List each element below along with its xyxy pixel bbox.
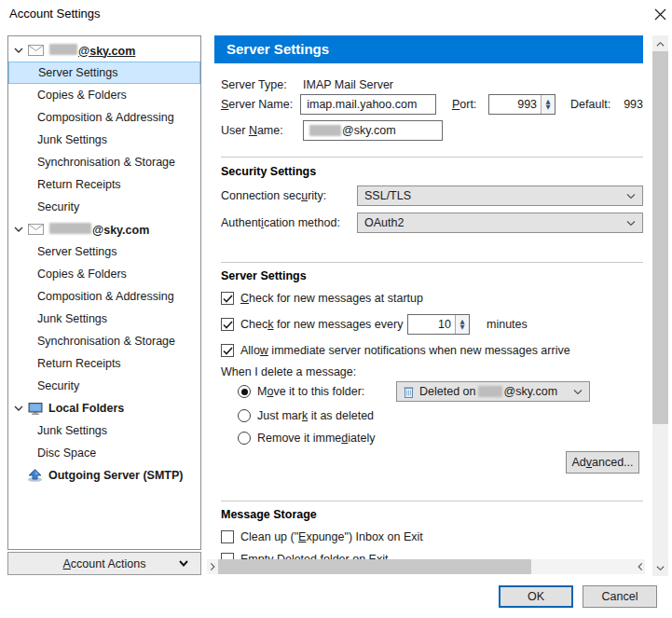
- sidebar-item-disc-space[interactable]: Disc Space: [8, 442, 200, 464]
- trash-icon: [404, 386, 414, 398]
- chevron-down-icon[interactable]: [14, 48, 23, 53]
- radio-mark-row: Just mark it as deleted: [238, 406, 374, 425]
- server-settings-heading: Server Settings: [221, 269, 307, 282]
- check-expunge-checkbox[interactable]: [221, 530, 234, 543]
- default-value: 993: [624, 98, 643, 111]
- sidebar-item-junk-settings-1[interactable]: Junk Settings: [8, 129, 200, 151]
- radio-remove-immediately[interactable]: [238, 432, 251, 445]
- redacted-username: [49, 44, 77, 55]
- sidebar-item-junk-settings-2[interactable]: Junk Settings: [8, 308, 200, 330]
- scroll-up-button[interactable]: [652, 35, 668, 51]
- redacted-username: [49, 223, 91, 234]
- section-separator: [221, 501, 643, 501]
- account-actions-button[interactable]: Account Actions: [7, 552, 201, 575]
- sidebar-item-composition-addressing-1[interactable]: Composition & Addressing: [8, 106, 200, 129]
- port-value[interactable]: 993: [489, 95, 541, 114]
- connection-security-select[interactable]: SSL/TLS: [357, 185, 643, 206]
- advanced-button[interactable]: Advanced...: [566, 451, 639, 474]
- account-label: @sky.com: [78, 45, 135, 58]
- sidebar-item-account-1[interactable]: @sky.com: [8, 39, 200, 62]
- connection-security-row: Connection security: SSL/TLS: [221, 185, 643, 206]
- panel-title: Server Settings: [214, 35, 643, 63]
- minutes-value[interactable]: 10: [408, 315, 455, 334]
- sidebar-item-security-2[interactable]: Security: [8, 375, 200, 397]
- sidebar-item-sync-storage-1[interactable]: Synchronisation & Storage: [8, 151, 200, 173]
- sidebar-item-composition-addressing-2[interactable]: Composition & Addressing: [8, 285, 200, 308]
- sidebar-item-label: Return Receipts: [37, 178, 121, 191]
- server-name-label: Server Name:: [221, 98, 300, 111]
- sidebar-item-junk-settings-local[interactable]: Junk Settings: [8, 419, 200, 442]
- radio-mark-deleted[interactable]: [238, 409, 251, 422]
- stepper-arrows-icon[interactable]: ▲▼: [541, 95, 555, 114]
- sidebar-item-security-1[interactable]: Security: [8, 196, 200, 218]
- sidebar-item-label: Copies & Folders: [37, 89, 127, 102]
- sidebar-item-server-settings-2[interactable]: Server Settings: [8, 240, 200, 263]
- scroll-down-button[interactable]: [652, 560, 668, 576]
- auth-method-row: Authentication method: OAuth2: [221, 213, 643, 233]
- chevron-down-icon: [626, 194, 636, 199]
- minutes-suffix: minutes: [487, 318, 528, 331]
- sidebar-item-return-receipts-1[interactable]: Return Receipts: [8, 173, 200, 196]
- auth-method-select[interactable]: OAuth2: [357, 213, 643, 233]
- server-settings-panel: Server Settings Server Type: IMAP Mail S…: [214, 35, 643, 559]
- vertical-scrollbar-thumb[interactable]: [652, 51, 668, 424]
- server-name-row: Server Name: imap.mail.yahoo.com Port: 9…: [221, 93, 643, 116]
- check-every-checkbox[interactable]: [221, 318, 234, 331]
- horizontal-scrollbar-thumb[interactable]: [218, 559, 531, 574]
- security-settings-heading: Security Settings: [221, 165, 316, 178]
- sidebar-item-copies-folders-2[interactable]: Copies & Folders: [8, 263, 200, 285]
- check-empty-deleted-checkbox[interactable]: [221, 553, 234, 559]
- radio-mark-label: Just mark it as deleted: [257, 409, 374, 422]
- check-expunge-label: Clean up ("Expunge") Inbox on Exit: [240, 530, 423, 543]
- sidebar-item-label: Disc Space: [37, 446, 96, 460]
- port-stepper[interactable]: 993 ▲▼: [488, 94, 555, 115]
- sidebar-item-return-receipts-2[interactable]: Return Receipts: [8, 352, 200, 375]
- horizontal-scrollbar[interactable]: [207, 559, 645, 574]
- radio-move-folder[interactable]: [238, 385, 251, 398]
- sidebar-item-copies-folders-1[interactable]: Copies & Folders: [8, 84, 200, 106]
- scroll-left-button[interactable]: [207, 559, 218, 574]
- radio-move-row: Move it to this folder: Deleted on@sky.c…: [238, 380, 637, 403]
- account-label: Outgoing Server (SMTP): [48, 469, 183, 482]
- ok-button[interactable]: OK: [499, 585, 573, 608]
- check-startup-checkbox[interactable]: [221, 292, 234, 305]
- scroll-right-button[interactable]: [634, 559, 645, 574]
- chevron-down-icon[interactable]: [14, 405, 23, 411]
- send-arrow-icon: [27, 469, 43, 482]
- auth-method-label: Authentication method:: [221, 216, 357, 229]
- user-name-row: User Name: @sky.com: [221, 119, 443, 142]
- user-name-input[interactable]: @sky.com: [303, 120, 443, 141]
- server-type-row: Server Type: IMAP Mail Server: [221, 76, 393, 93]
- cancel-button[interactable]: Cancel: [583, 585, 657, 608]
- delete-folder-select[interactable]: Deleted on@sky.com: [396, 381, 590, 402]
- check-icon: [223, 321, 233, 329]
- sidebar-item-sync-storage-2[interactable]: Synchronisation & Storage: [8, 330, 200, 352]
- sidebar-item-account-2[interactable]: @sky.com: [8, 218, 200, 240]
- sidebar-item-label: Server Settings: [38, 66, 117, 79]
- chevron-left-icon: [210, 563, 215, 571]
- sidebar-item-label: Junk Settings: [37, 133, 107, 146]
- account-label: Local Folders: [48, 402, 124, 415]
- sidebar-item-server-settings-1[interactable]: Server Settings: [8, 62, 200, 84]
- check-empty-deleted-row: Empty Deleted folder on Exit: [221, 550, 388, 559]
- envelope-icon: [28, 224, 44, 235]
- stepper-arrows-icon[interactable]: ▲▼: [455, 315, 469, 334]
- sidebar-item-outgoing-server[interactable]: Outgoing Server (SMTP): [8, 464, 200, 487]
- chevron-down-icon[interactable]: [14, 227, 23, 232]
- check-notify-row: Allow immediate server notifications whe…: [221, 341, 570, 360]
- check-icon: [223, 347, 233, 355]
- account-actions-label: Account Actions: [63, 557, 146, 570]
- section-separator: [221, 157, 643, 158]
- sidebar-item-local-folders[interactable]: Local Folders: [8, 397, 200, 419]
- minutes-stepper[interactable]: 10 ▲▼: [407, 314, 470, 335]
- check-notify-checkbox[interactable]: [221, 344, 234, 357]
- server-name-input[interactable]: imap.mail.yahoo.com: [300, 94, 436, 115]
- close-button[interactable]: [651, 6, 668, 22]
- check-icon: [223, 295, 233, 303]
- sidebar-item-label: Junk Settings: [37, 312, 107, 325]
- check-empty-deleted-label: Empty Deleted folder on Exit: [240, 553, 388, 559]
- check-every-row: Check for new messages every 10 ▲▼ minut…: [221, 313, 643, 336]
- vertical-scrollbar[interactable]: [652, 35, 668, 576]
- radio-remove-label: Remove it immediately: [257, 432, 375, 445]
- port-label: Port:: [452, 98, 476, 111]
